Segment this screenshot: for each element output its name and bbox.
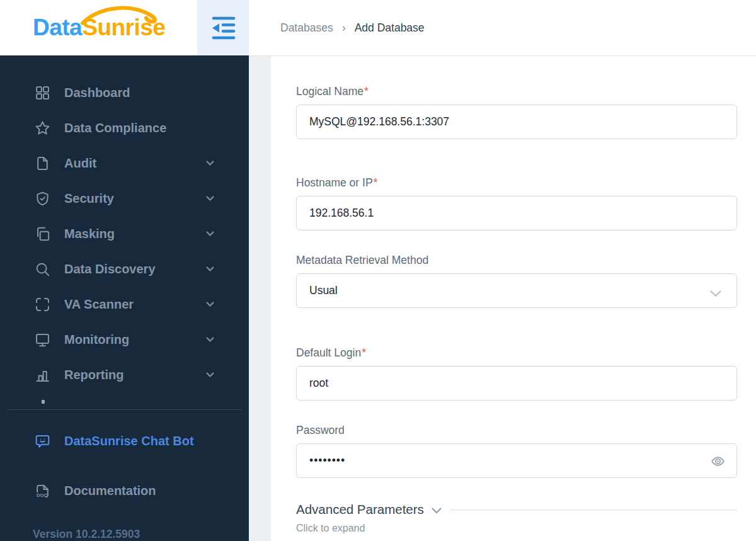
sidebar-item-audit[interactable]: Audit xyxy=(0,145,249,181)
shield-check-icon xyxy=(33,189,52,208)
chevron-down-icon xyxy=(206,302,214,307)
document-icon xyxy=(33,154,52,173)
top-header: Data Sunrise Databases › xyxy=(0,0,756,56)
chevron-down-icon xyxy=(206,196,214,201)
sidebar-item-dashboard[interactable]: Dashboard xyxy=(0,75,249,110)
mask-copy-icon xyxy=(33,224,52,243)
sidebar-item-label: Documentation xyxy=(64,484,156,498)
hostname-label: Hostname or IP* xyxy=(296,176,737,190)
sidebar-item-va-scanner[interactable]: VA Scanner xyxy=(0,287,249,322)
chevron-down-icon xyxy=(206,231,214,236)
sunrise-arc-icon xyxy=(79,4,159,25)
logo-word-data: Data xyxy=(33,14,82,41)
logo-word-sunrise: Sunrise xyxy=(82,14,165,41)
datasunrise-logo[interactable]: Data Sunrise xyxy=(33,0,165,55)
required-asterisk: * xyxy=(374,176,378,189)
sidebar-item-label: Reporting xyxy=(64,368,123,382)
field-default-login: Default Login* xyxy=(296,346,737,401)
sidebar-item-label: Data Discovery xyxy=(64,262,156,276)
svg-text:DOC: DOC xyxy=(37,493,47,499)
metadata-retrieval-select[interactable]: Usual xyxy=(296,273,737,308)
sidebar-item-masking[interactable]: Masking xyxy=(0,216,249,251)
sidebar-item-label: Data Compliance xyxy=(64,121,166,135)
selected-option: Usual xyxy=(309,284,338,297)
field-metadata-method: Metadata Retrieval Method Usual xyxy=(296,253,737,308)
sidebar-item-label: VA Scanner xyxy=(64,297,134,312)
required-asterisk: * xyxy=(364,85,369,98)
breadcrumb-add-database: Add Database xyxy=(355,21,425,35)
add-database-form: Logical Name* Hostname or IP* Metadata R… xyxy=(271,55,756,541)
advanced-parameters-toggle[interactable]: Advanced Parameters xyxy=(296,502,737,517)
field-password: Password xyxy=(296,423,737,478)
advanced-parameters-title: Advanced Parameters xyxy=(296,502,424,517)
sidebar-divider xyxy=(6,409,243,410)
sidebar-item-label: Security xyxy=(64,191,114,206)
select-chevron-down-icon xyxy=(710,287,721,300)
metadata-method-label: Metadata Retrieval Method xyxy=(296,253,737,267)
version-label: Version 10.2.12.5903 xyxy=(0,528,249,541)
sidebar: Dashboard Data Compliance Audit xyxy=(0,55,249,541)
scanner-frame-icon xyxy=(33,295,52,314)
chevron-down-icon xyxy=(206,266,214,271)
sidebar-item-label: DataSunrise Chat Bot xyxy=(64,434,194,448)
scrolled-item-dot xyxy=(42,400,45,404)
logical-name-input[interactable] xyxy=(296,105,737,139)
sidebar-item-data-compliance[interactable]: Data Compliance xyxy=(0,110,249,145)
password-visibility-toggle[interactable] xyxy=(708,452,727,470)
breadcrumb: Databases › Add Database xyxy=(280,0,425,55)
bar-chart-icon xyxy=(33,365,52,384)
logical-name-label: Logical Name* xyxy=(296,84,737,98)
dashboard-grid-icon xyxy=(33,83,52,102)
documentation-doc-icon: DOC xyxy=(33,482,52,501)
sidebar-item-label: Audit xyxy=(64,156,96,171)
breadcrumb-databases[interactable]: Databases xyxy=(280,21,333,35)
sidebar-item-chat-bot[interactable]: DataSunrise Chat Bot xyxy=(0,425,249,458)
chevron-down-icon xyxy=(432,508,442,514)
app-root: Data Sunrise Databases › xyxy=(0,0,756,541)
password-input[interactable] xyxy=(296,443,737,478)
field-hostname: Hostname or IP* xyxy=(296,176,737,231)
sidebar-item-monitoring[interactable]: Monitoring xyxy=(0,322,249,357)
collapse-sidebar-icon xyxy=(209,13,238,42)
sidebar-item-label: Masking xyxy=(64,227,115,241)
sidebar-item-security[interactable]: Security xyxy=(0,181,249,216)
search-icon xyxy=(33,259,52,278)
default-login-input[interactable] xyxy=(296,366,737,401)
field-logical-name: Logical Name* xyxy=(296,84,737,139)
advanced-divider xyxy=(450,510,737,510)
main-content: Logical Name* Hostname or IP* Metadata R… xyxy=(249,55,756,541)
hostname-input[interactable] xyxy=(296,196,737,231)
sidebar-item-data-discovery[interactable]: Data Discovery xyxy=(0,251,249,287)
breadcrumb-separator-icon: › xyxy=(342,21,346,35)
sidebar-item-documentation[interactable]: DOC Documentation xyxy=(0,474,249,508)
sidebar-item-label: Monitoring xyxy=(64,333,129,347)
sidebar-item-label: Dashboard xyxy=(64,86,130,100)
sidebar-collapse-button[interactable] xyxy=(197,0,249,55)
password-label: Password xyxy=(296,423,737,437)
eye-icon xyxy=(709,453,726,470)
star-icon xyxy=(33,118,52,137)
sidebar-nav: Dashboard Data Compliance Audit xyxy=(0,55,249,392)
chevron-down-icon xyxy=(206,337,214,342)
chevron-down-icon xyxy=(206,372,214,377)
sidebar-item-reporting[interactable]: Reporting xyxy=(0,357,249,392)
advanced-parameters-hint: Click to expand xyxy=(296,523,737,534)
monitor-icon xyxy=(33,330,52,349)
required-asterisk: * xyxy=(362,346,366,359)
default-login-label: Default Login* xyxy=(296,346,737,360)
chevron-down-icon xyxy=(206,161,214,166)
chat-bot-icon xyxy=(33,432,52,451)
